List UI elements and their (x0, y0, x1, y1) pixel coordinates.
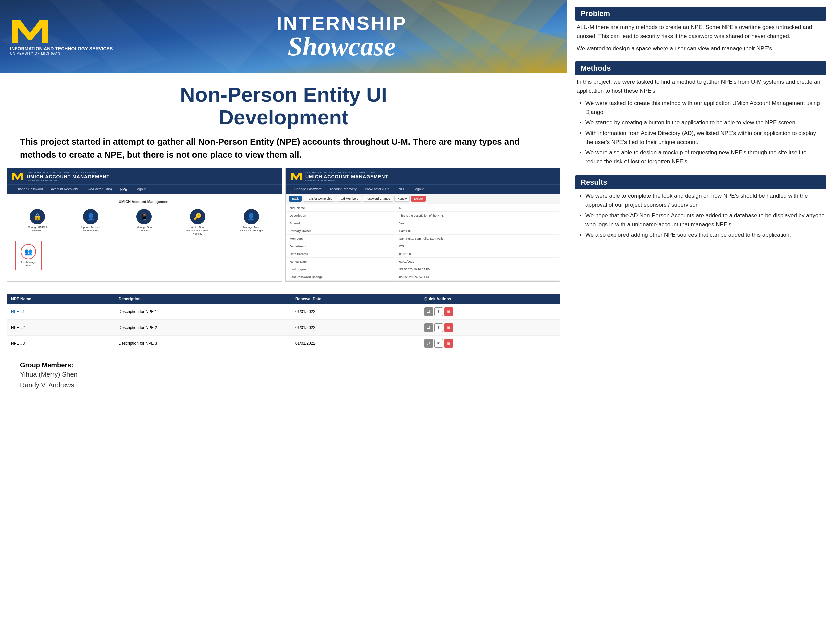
mockup-right-title-block: INFORMATION AND TECHNOLOGY SERVICES UMIC… (305, 171, 388, 182)
detail-field-last-password-label: Last Password Change (286, 274, 395, 281)
methods-header: Methods (575, 61, 826, 75)
npe-name-cell-1: NPE #1 (7, 304, 115, 320)
mockup-left-title: UMICH ACCOUNT MANAGEMENT (27, 174, 110, 179)
action-view-1[interactable]: 👁 (434, 307, 443, 316)
detail-row-date-created: Date Created 01/01/2019 (286, 251, 559, 258)
npe-renewal-cell-3: 01/01/2022 (291, 336, 420, 351)
lock-icon: 🔒 (30, 209, 45, 224)
nav-two-factor[interactable]: Two-Factor (Duo) (82, 185, 116, 194)
mockup-right-uni: UNIVERSITY OF MICHIGAN (305, 179, 388, 182)
detail-delete-btn[interactable]: Delete (411, 196, 426, 202)
nav-logout[interactable]: Logout (131, 185, 150, 194)
problem-header: Problem (575, 6, 826, 21)
mockup-right-nav-account-recovery[interactable]: Account Recovery (326, 185, 360, 194)
results-bullet-3: We also explored adding other NPE source… (585, 231, 825, 239)
member-2: Randy V. Andrews (20, 379, 547, 390)
detail-field-date-created-value: 01/01/2019 (396, 251, 559, 258)
mockup-right-nav-npe[interactable]: NPE (394, 185, 410, 194)
internship-label: INTERNSHIP (126, 14, 557, 33)
nav-change-password[interactable]: Change Password (12, 185, 47, 194)
icon-add-manage-npe[interactable]: 👥 Add/Manage NPEs (15, 241, 42, 271)
col-npe-name: NPE Name (7, 294, 115, 305)
methods-bullet-2: We started by creating a button in the a… (585, 118, 825, 127)
mockup-right-its: INFORMATION AND TECHNOLOGY SERVICES (305, 171, 388, 174)
logo-its-text: INFORMATION AND TECHNOLOGY SERVICES (10, 46, 113, 52)
mockup-left-nav: Change Password Account Recovery Two-Fac… (7, 184, 281, 194)
npe-description-cell-2: Description for NPE 2 (115, 320, 291, 336)
detail-field-last-password-value: 8/26/2020 6:48:48 PM (396, 274, 559, 281)
npe-list-table: NPE Name Description Renewal Date Quick … (6, 294, 561, 351)
nav-account-recovery[interactable]: Account Recovery (47, 185, 82, 194)
icon-grid: 🔒 Change UMICH Password 👤 Update Account… (12, 209, 276, 236)
subtitle-text: This project started in attempt to gathe… (0, 132, 567, 168)
quick-actions-1: ⇄ 👁 🗑 (424, 307, 556, 316)
detail-field-shared-label: Shared (286, 220, 395, 227)
detail-back-btn[interactable]: Back (289, 196, 302, 202)
svg-marker-12 (12, 173, 23, 181)
action-delete-3[interactable]: 🗑 (444, 339, 453, 347)
header-banner: INFORMATION AND TECHNOLOGY SERVICES UNIV… (0, 0, 567, 73)
detail-row-last-logon: Last Logon 9/23/2020 10:10:02 PM (286, 266, 559, 273)
detail-renew-btn[interactable]: Renew (394, 196, 410, 202)
problem-body: At U-M there are many methods to create … (575, 21, 826, 55)
mockup-right-nav: Change Password Account Recovery Two-Fac… (286, 184, 560, 194)
main-title: Non-Person Entity UI Development (20, 83, 547, 129)
nav-npe[interactable]: NPE (116, 185, 132, 194)
action-transfer-2[interactable]: ⇄ (424, 323, 433, 332)
person-icon: 👤 (83, 209, 99, 224)
icon-change-password-label: Change UMICH Password (26, 226, 49, 232)
mockup-left-its: INFORMATION AND TECHNOLOGY SERVICES (27, 171, 110, 174)
detail-field-renew-date-value: 01/01/2022 (396, 258, 559, 265)
npe-actions-cell-3: ⇄ 👁 🗑 (420, 336, 560, 351)
action-transfer-3[interactable]: ⇄ (424, 339, 433, 347)
npe-1-link[interactable]: NPE #1 (11, 310, 25, 314)
left-panel: INFORMATION AND TECHNOLOGY SERVICES UNIV… (0, 0, 567, 644)
showcase-label: Showcase (126, 33, 557, 60)
title-section: Non-Person Entity UI Development (0, 73, 567, 132)
detail-field-shared-value: Yes (396, 220, 559, 227)
detail-transfer-btn[interactable]: Transfer Ownership (303, 196, 335, 202)
mockup-section-title: UMICH Account Management (12, 200, 276, 204)
action-view-2[interactable]: 👁 (434, 323, 443, 332)
results-header: Results (575, 176, 826, 189)
mockup-right-nav-two-factor[interactable]: Two-Factor (Duo) (360, 185, 394, 194)
mockup-right-nav-change-password[interactable]: Change Password (290, 185, 326, 194)
member-1: Yihua (Merry) Shen (20, 369, 547, 379)
methods-body: In this project, we were tasked to find … (575, 75, 826, 170)
detail-field-primary-owner-label: Primary Owner (286, 228, 395, 235)
detail-row-description: Description This is the description of t… (286, 213, 559, 220)
detail-field-members-value: Sam Pull1, Sam Pull2, Sam Pull3 (396, 236, 559, 242)
methods-bullet-list: We were tasked to create this method wit… (577, 99, 825, 166)
screenshots-area: INFORMATION AND TECHNOLOGY SERVICES UMIC… (6, 168, 561, 282)
group-members-names: Yihua (Merry) Shen Randy V. Andrews (20, 369, 547, 390)
npe-renewal-cell-2: 01/01/2022 (291, 320, 420, 336)
detail-row-last-password: Last Password Change 8/26/2020 6:48:48 P… (286, 274, 559, 281)
detail-action-bar: Back Transfer Ownership Add Members Pass… (286, 194, 560, 204)
detail-add-members-btn[interactable]: Add Members (336, 196, 361, 202)
npe-actions-cell-2: ⇄ 👁 🗑 (420, 320, 560, 336)
methods-intro: In this project, we were tasked to find … (577, 77, 825, 95)
table-row: NPE #1 Description for NPE 1 01/01/2022 … (7, 304, 561, 320)
mockup-right-header: INFORMATION AND TECHNOLOGY SERVICES UMIC… (286, 168, 560, 184)
problem-section: Problem At U-M there are many methods to… (575, 6, 826, 55)
npe-manage-icon: 👥 (21, 244, 36, 260)
methods-section: Methods In this project, we were tasked … (575, 61, 826, 170)
mockup-left-body: UMICH Account Management 🔒 Change UMICH … (7, 194, 281, 276)
results-bullet-1: We were able to complete the look and de… (585, 191, 825, 210)
npe-name-cell-2: NPE #2 (7, 320, 115, 336)
key-icon: 🔑 (190, 209, 205, 224)
problem-para-2: We wanted to design a space where a user… (577, 44, 825, 53)
icon-change-password: 🔒 Change UMICH Password (26, 209, 49, 236)
icon-two-factor-label: Manage Two-Factor for Weblogin (239, 226, 263, 232)
detail-field-npe-name-label: NPE Name (286, 205, 395, 212)
action-view-3[interactable]: 👁 (434, 339, 443, 347)
action-delete-1[interactable]: 🗑 (444, 307, 453, 316)
action-delete-2[interactable]: 🗑 (444, 323, 453, 332)
detail-field-npe-name-value: NPE (396, 205, 559, 212)
detail-row-npe-name: NPE Name NPE (286, 205, 559, 212)
detail-password-change-btn[interactable]: Password Change (363, 196, 393, 202)
mockup-left: INFORMATION AND TECHNOLOGY SERVICES UMIC… (6, 168, 282, 282)
mockup-right-nav-logout[interactable]: Logout (409, 185, 428, 194)
action-transfer-1[interactable]: ⇄ (424, 307, 433, 316)
detail-field-members-label: Members (286, 236, 395, 242)
